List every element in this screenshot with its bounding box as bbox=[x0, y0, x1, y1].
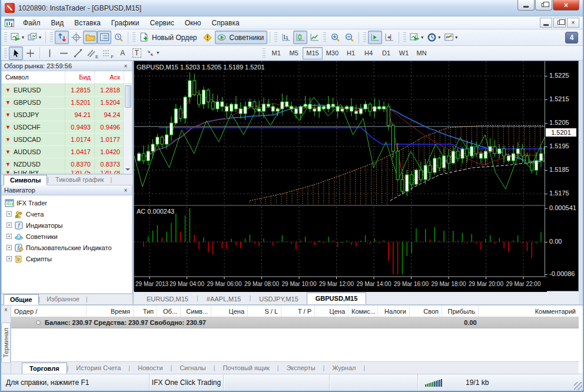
new-order-button[interactable]: Новый Ордер bbox=[137, 31, 200, 44]
toolbar-grip[interactable] bbox=[263, 48, 266, 57]
timeframe-h1[interactable]: H1 bbox=[342, 47, 360, 59]
symbol-row-nzdusd[interactable]: ▼NZDUSD0.83700.8373 bbox=[2, 158, 132, 171]
symbol-row-gbpusd[interactable]: ▼GBPUSD1.52011.5204 bbox=[2, 97, 132, 109]
periods-button[interactable]: ▾ bbox=[425, 31, 442, 44]
terminal-column-10[interactable]: Комис... bbox=[349, 305, 378, 317]
important-button[interactable] bbox=[201, 31, 215, 44]
menu-Окно[interactable]: Окно bbox=[180, 17, 207, 29]
mdi-restore-button[interactable] bbox=[553, 18, 566, 28]
navigator-tab-2[interactable]: Избранное bbox=[40, 294, 86, 304]
toolbar-grip[interactable] bbox=[323, 32, 326, 43]
chart-tab-2[interactable]: #AAPL,M15 bbox=[198, 294, 250, 304]
symbol-row-usdcad[interactable]: ▼USDCAD1.01741.0177 bbox=[2, 134, 132, 146]
toolbar-grip[interactable] bbox=[4, 32, 7, 43]
terminal-tab-1[interactable]: Торговля bbox=[22, 363, 67, 374]
market-watch-button[interactable] bbox=[55, 31, 69, 44]
navigator-button[interactable] bbox=[83, 31, 97, 44]
toolbar-grip[interactable] bbox=[274, 32, 277, 43]
terminal-tab-4[interactable]: Сигналы bbox=[172, 362, 214, 374]
tree-expand-icon[interactable]: + bbox=[6, 245, 12, 250]
navigator-item-scripts[interactable]: +Скрипты bbox=[3, 253, 131, 264]
navigator-item-indicators[interactable]: +fИндикаторы bbox=[3, 220, 131, 231]
zoom-out-button[interactable] bbox=[342, 31, 356, 44]
expert-advisors-button[interactable]: Советники bbox=[215, 31, 268, 44]
zoom-in-button[interactable] bbox=[328, 31, 342, 44]
terminal-close-icon[interactable]: × bbox=[4, 305, 8, 314]
data-window-button[interactable] bbox=[69, 31, 83, 44]
tree-expand-icon[interactable]: + bbox=[6, 222, 12, 228]
menu-Сервис[interactable]: Сервис bbox=[145, 17, 180, 29]
restore-button[interactable] bbox=[535, 0, 552, 11]
fibonacci-tool-button[interactable]: F bbox=[100, 46, 115, 60]
timeframe-h4[interactable]: H4 bbox=[360, 47, 377, 59]
terminal-column-4[interactable]: Об... bbox=[157, 305, 181, 317]
minimize-button[interactable] bbox=[517, 0, 535, 11]
crosshair-tool-button[interactable] bbox=[23, 46, 37, 60]
terminal-column-1[interactable]: Ордер / bbox=[11, 305, 87, 317]
timeframe-w1[interactable]: W1 bbox=[395, 47, 413, 59]
menu-Графики[interactable]: Графики bbox=[106, 17, 145, 29]
timeframe-m15[interactable]: M15 bbox=[303, 47, 322, 59]
resize-grip[interactable] bbox=[574, 382, 582, 390]
symbol-row-audusd[interactable]: ▼AUDUSD1.04171.0420 bbox=[2, 146, 132, 158]
price-scale[interactable]: 1.52251.52151.52051.51951.51851.51750.00… bbox=[545, 61, 578, 277]
navigator-item-experts[interactable]: +Советники bbox=[3, 231, 131, 242]
chart-canvas[interactable]: GBPUSD,M15 1.5203 1.5205 1.5189 1.5201AC… bbox=[134, 61, 547, 292]
trendline-tool-button[interactable] bbox=[71, 46, 85, 60]
tree-expand-icon[interactable]: + bbox=[6, 256, 12, 261]
chart-tab-4[interactable]: GBPUSD,M15 bbox=[307, 293, 367, 304]
terminal-column-2[interactable]: Время bbox=[87, 305, 134, 317]
symbol-row-usdjpy[interactable]: ▼USDJPY94.2194.24 bbox=[2, 109, 132, 121]
equidistant-channel-tool-button[interactable]: E bbox=[85, 46, 100, 60]
strategy-tester-button[interactable] bbox=[111, 31, 125, 44]
terminal-column-11[interactable]: Налоги bbox=[378, 305, 410, 317]
column-header-bid[interactable]: Бид bbox=[65, 71, 95, 84]
navigator-item-custom-indicators[interactable]: +fПользовательские Индикато bbox=[3, 242, 131, 253]
terminal-tab-3[interactable]: Новости bbox=[130, 362, 171, 374]
chart-tab-1[interactable]: EURUSD,M15 bbox=[138, 294, 197, 304]
toolbar-grip[interactable] bbox=[50, 32, 53, 43]
horizontal-line-tool-button[interactable] bbox=[57, 46, 71, 60]
timeframe-m1[interactable]: M1 bbox=[267, 47, 285, 59]
terminal-column-9[interactable]: Цена bbox=[315, 305, 349, 317]
bar-chart-button[interactable] bbox=[279, 31, 293, 44]
mdi-close-button[interactable]: × bbox=[567, 18, 579, 28]
toolbar-grip[interactable] bbox=[4, 48, 7, 57]
templates-button[interactable]: ▾ bbox=[442, 31, 459, 44]
market-watch-tab-2[interactable]: Тиковый график bbox=[49, 174, 111, 185]
vertical-line-tool-button[interactable] bbox=[42, 46, 57, 60]
menu-Файл[interactable]: Файл bbox=[18, 17, 46, 29]
candlestick-chart-button[interactable] bbox=[293, 31, 307, 44]
timeframe-m30[interactable]: M30 bbox=[323, 47, 342, 59]
terminal-column-6[interactable]: Цена bbox=[211, 305, 248, 317]
chart-window-icon[interactable] bbox=[5, 19, 14, 27]
navigator-tab-1[interactable]: Общие bbox=[4, 294, 39, 305]
column-header-ask[interactable]: Аск bbox=[95, 71, 124, 84]
terminal-tab-7[interactable]: Журнал bbox=[324, 362, 363, 374]
terminal-button[interactable] bbox=[97, 31, 111, 44]
terminal-column-13[interactable]: Прибыль bbox=[442, 305, 479, 317]
terminal-side-tab[interactable]: Терминал bbox=[1, 323, 11, 363]
navigator-root-item[interactable]: IFX Trader bbox=[3, 197, 131, 208]
terminal-column-14[interactable]: Комментарий bbox=[479, 305, 579, 317]
market-watch-close-icon[interactable]: × bbox=[122, 63, 130, 69]
market-watch-scrollbar[interactable] bbox=[123, 84, 132, 174]
menu-Вид[interactable]: Вид bbox=[46, 17, 69, 29]
chart-shift-button[interactable] bbox=[382, 31, 396, 44]
navigator-close-icon[interactable]: × bbox=[122, 187, 130, 194]
toolbar-grip[interactable] bbox=[132, 32, 135, 43]
indicators-button[interactable]: ▾ bbox=[408, 31, 425, 44]
symbol-row-eurjpy[interactable]: ▼EURJPY120.75120.78 bbox=[2, 171, 132, 174]
column-header-sym[interactable]: Символ bbox=[2, 71, 65, 84]
toolbar-grip[interactable] bbox=[363, 32, 366, 43]
timeframe-mn[interactable]: MN bbox=[413, 47, 430, 59]
text-tool-button[interactable]: A bbox=[115, 46, 130, 60]
terminal-tab-5[interactable]: Почтовый ящик bbox=[215, 362, 277, 374]
arrows-tool-button[interactable]: ▾ bbox=[144, 46, 161, 60]
scroll-down-icon[interactable] bbox=[125, 168, 130, 173]
timeframe-d1[interactable]: D1 bbox=[377, 47, 395, 59]
scrollbar-thumb[interactable] bbox=[125, 85, 131, 108]
symbol-row-usdchf[interactable]: ▼USDCHF0.94930.9496 bbox=[2, 121, 132, 134]
terminal-column-7[interactable]: S / L bbox=[248, 305, 281, 317]
symbol-row-eurusd[interactable]: ▼EURUSD1.28151.2818 bbox=[2, 84, 132, 97]
